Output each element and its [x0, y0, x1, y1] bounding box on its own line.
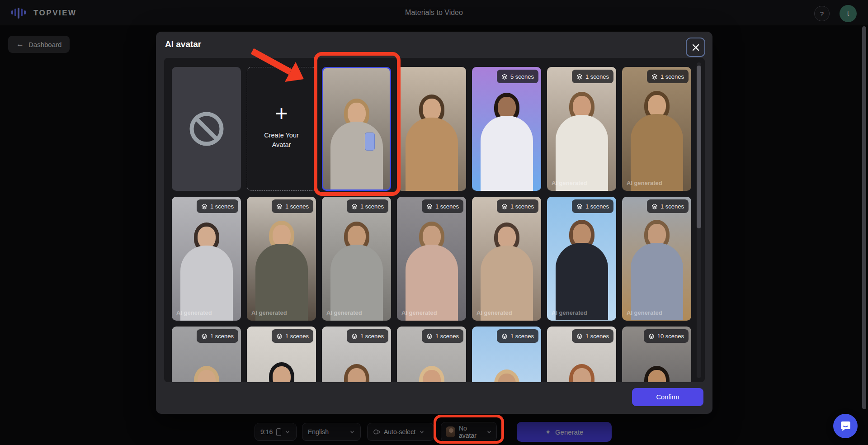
layers-icon	[576, 203, 583, 210]
avatar-tile[interactable]: 1 scenes	[322, 327, 391, 382]
layers-icon	[426, 333, 433, 340]
scenes-badge-label: 1 scenes	[585, 73, 609, 80]
avatar-tile[interactable]: 5 scenes	[472, 67, 541, 191]
avatar-grid-panel: +Create YourAvatar5 scenes1 scenesAI gen…	[164, 58, 705, 382]
scenes-badge-label: 1 scenes	[360, 203, 384, 210]
scenes-badge: 10 scenes	[644, 329, 689, 343]
chat-widget-button[interactable]	[833, 414, 858, 438]
scenes-badge-label: 1 scenes	[285, 203, 309, 210]
scenes-badge: 5 scenes	[497, 70, 538, 83]
ai-avatar-modal: AI avatar +Create YourAvatar5 scenes1 sc…	[156, 32, 712, 414]
ai-generated-watermark: AI generated	[401, 309, 437, 316]
avatar-tile[interactable]: 1 scenesAI generated	[547, 197, 616, 321]
ai-generated-watermark: AI generated	[627, 309, 662, 316]
layers-icon	[501, 333, 508, 340]
scenes-badge: 1 scenes	[572, 329, 613, 343]
avatar-tile[interactable]: 1 scenesAI generated	[397, 197, 466, 321]
layers-icon	[648, 333, 655, 340]
scenes-badge-label: 1 scenes	[585, 333, 609, 340]
layers-icon	[201, 333, 208, 340]
layers-icon	[576, 73, 583, 80]
avatar-tile-selected[interactable]	[322, 67, 391, 191]
layers-icon	[351, 333, 358, 340]
scenes-badge-label: 1 scenes	[435, 333, 459, 340]
scenes-badge: 1 scenes	[272, 329, 313, 343]
scenes-badge-label: 1 scenes	[210, 203, 234, 210]
scenes-badge: 1 scenes	[197, 329, 238, 343]
scenes-badge-label: 1 scenes	[360, 333, 384, 340]
chat-bubble-icon	[840, 420, 851, 432]
ai-generated-watermark: AI generated	[552, 309, 587, 316]
scenes-badge: 1 scenes	[572, 199, 613, 213]
scenes-badge: 1 scenes	[497, 329, 538, 343]
layers-icon	[426, 203, 433, 210]
scenes-badge-label: 1 scenes	[510, 333, 534, 340]
app-root: TOPVIEW Materials to Video ? t ← Dashboa…	[0, 0, 868, 445]
phone-prop	[365, 133, 375, 151]
ai-generated-watermark: AI generated	[251, 309, 287, 316]
scenes-badge-label: 1 scenes	[660, 203, 684, 210]
confirm-button[interactable]: Confirm	[632, 388, 703, 406]
avatar-tile[interactable]: 1 scenes	[172, 327, 241, 382]
scenes-badge-label: 1 scenes	[285, 333, 309, 340]
scenes-badge-label: 1 scenes	[435, 203, 459, 210]
scenes-badge: 1 scenes	[647, 70, 689, 83]
scenes-badge: 1 scenes	[647, 199, 689, 213]
plus-icon: +	[247, 103, 316, 124]
no-avatar-tile[interactable]	[172, 67, 241, 191]
avatar-tile[interactable]: 1 scenesAI generated	[622, 197, 691, 321]
avatar-tile[interactable]: 1 scenesAI generated	[472, 197, 541, 321]
avatar-tile[interactable]: 1 scenes	[247, 327, 316, 382]
layers-icon	[501, 203, 508, 210]
avatar-tile[interactable]: 1 scenesAI generated	[322, 197, 391, 321]
layers-icon	[201, 203, 208, 210]
grid-scrollbar-thumb[interactable]	[697, 66, 701, 228]
layers-icon	[651, 73, 658, 80]
page-scrollbar[interactable]	[862, 26, 866, 409]
layers-icon	[651, 203, 658, 210]
scenes-badge: 1 scenes	[422, 199, 463, 213]
ai-generated-watermark: AI generated	[326, 309, 362, 316]
create-avatar-tile[interactable]: +Create YourAvatar	[247, 67, 316, 191]
avatar-tile[interactable]: 1 scenes	[397, 327, 466, 382]
scenes-badge: 1 scenes	[197, 199, 238, 213]
avatar-tile[interactable]: 1 scenes	[472, 327, 541, 382]
scenes-badge: 1 scenes	[422, 329, 463, 343]
scenes-badge: 1 scenes	[347, 329, 388, 343]
scenes-badge-label: 5 scenes	[510, 73, 534, 80]
scenes-badge-label: 1 scenes	[585, 203, 609, 210]
scenes-badge: 1 scenes	[347, 199, 388, 213]
scenes-badge-label: 1 scenes	[660, 73, 684, 80]
circle-slash-icon	[189, 111, 225, 147]
scenes-badge: 1 scenes	[272, 199, 313, 213]
avatar-tile[interactable]: 10 scenes	[622, 327, 691, 382]
avatar-tile[interactable]: 1 scenesAI generated	[172, 197, 241, 321]
layers-icon	[351, 203, 358, 210]
ai-generated-watermark: AI generated	[627, 180, 662, 186]
avatar-tile[interactable]	[397, 67, 466, 191]
modal-title: AI avatar	[165, 39, 201, 49]
layers-icon	[576, 333, 583, 340]
scenes-badge: 1 scenes	[572, 70, 613, 83]
create-avatar-label: Create YourAvatar	[247, 131, 316, 150]
close-icon	[692, 43, 700, 52]
layers-icon	[501, 73, 508, 80]
close-button[interactable]	[686, 38, 705, 57]
avatar-tile[interactable]: 1 scenesAI generated	[547, 67, 616, 191]
avatar-tile[interactable]: 1 scenesAI generated	[247, 197, 316, 321]
avatar-tile[interactable]: 1 scenes	[547, 327, 616, 382]
ai-generated-watermark: AI generated	[476, 309, 512, 316]
scenes-badge-label: 1 scenes	[210, 333, 234, 340]
scenes-badge: 1 scenes	[497, 199, 538, 213]
ai-generated-watermark: AI generated	[176, 309, 212, 316]
scenes-badge-label: 10 scenes	[657, 333, 684, 340]
ai-generated-watermark: AI generated	[552, 180, 587, 186]
layers-icon	[276, 203, 283, 210]
avatar-tile[interactable]: 1 scenesAI generated	[622, 67, 691, 191]
layers-icon	[276, 333, 283, 340]
scenes-badge-label: 1 scenes	[510, 203, 534, 210]
